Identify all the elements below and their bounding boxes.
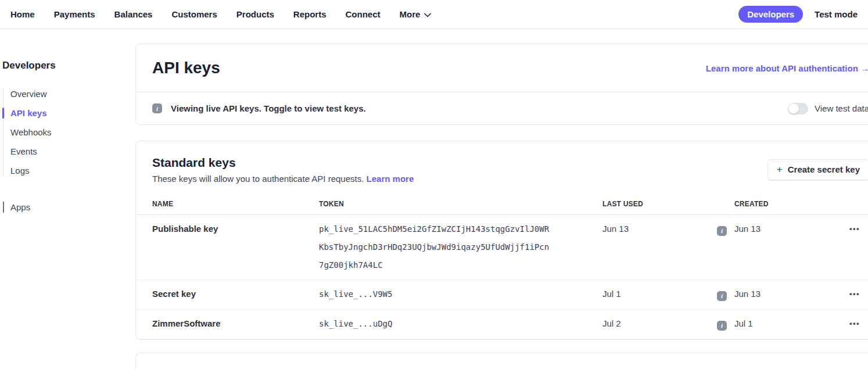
column-header-name: NAME: [152, 194, 319, 214]
sidebar-title: Developers: [2, 60, 135, 71]
view-test-data-toggle[interactable]: [788, 103, 808, 114]
developers-button[interactable]: Developers: [738, 6, 803, 23]
sidebar-item-webhooks[interactable]: Webhooks: [2, 123, 135, 142]
plus-icon: +: [777, 164, 783, 175]
row-overflow-menu-button[interactable]: •••: [849, 215, 868, 243]
info-icon[interactable]: i: [717, 321, 727, 331]
column-header-spacer: [717, 194, 734, 206]
key-last-used: Jul 2: [602, 310, 717, 338]
standard-keys-card: Standard keys These keys will allow you …: [135, 141, 868, 340]
key-token[interactable]: sk_live_...uDgQ: [319, 310, 554, 338]
key-token[interactable]: pk_live_51LAC5hDM5ei2GfZIwZCIjH143stqgGz…: [319, 215, 554, 280]
sidebar-item-api-keys[interactable]: API keys: [2, 103, 135, 123]
standard-keys-description: These keys will allow you to authenticat…: [152, 174, 414, 184]
column-header-last-used: LAST USED: [602, 194, 717, 214]
created-info-wrap: i: [717, 215, 734, 244]
info-icon[interactable]: i: [152, 103, 162, 113]
sidebar-item-events[interactable]: Events: [2, 142, 135, 161]
learn-more-authentication-link[interactable]: Learn more about API authentication →: [706, 63, 868, 73]
row-overflow-menu-button[interactable]: •••: [849, 310, 868, 338]
info-icon[interactable]: i: [717, 226, 727, 236]
api-keys-table: NAME TOKEN LAST USED CREATED Publishable…: [136, 194, 868, 339]
nav-right-group: Developers Test mode: [738, 6, 858, 23]
create-secret-key-label: Create secret key: [788, 164, 860, 174]
test-mode-label[interactable]: Test mode: [815, 9, 858, 19]
standard-keys-description-text: These keys will allow you to authenticat…: [152, 174, 364, 184]
table-row: ZimmerSoftware sk_live_...uDgQ Jul 2 i J…: [136, 310, 868, 339]
row-overflow-menu-button[interactable]: •••: [849, 280, 868, 308]
page-header-row: API keys Learn more about API authentica…: [136, 44, 868, 92]
developers-sidebar: Developers Overview API keys Webhooks Ev…: [0, 29, 135, 217]
toggle-knob: [788, 103, 799, 114]
standard-keys-titles: Standard keys These keys will allow you …: [152, 156, 414, 184]
column-header-created: CREATED: [734, 194, 849, 214]
key-last-used: Jun 13: [602, 215, 717, 243]
main-content: API keys Learn more about API authentica…: [135, 29, 868, 369]
table-row: Publishable key pk_live_51LAC5hDM5ei2GfZ…: [136, 215, 868, 280]
top-navigation: Home Payments Balances Customers Product…: [0, 0, 868, 29]
sidebar-item-apps[interactable]: Apps: [2, 198, 135, 217]
table-row: Secret key sk_live_...V9W5 Jul 1 i Jun 1…: [136, 280, 868, 310]
created-info-wrap: i: [717, 310, 734, 339]
key-name: Publishable key: [152, 215, 319, 243]
column-header-token: TOKEN: [319, 194, 602, 214]
created-info-wrap: i: [717, 280, 734, 309]
nav-item-balances[interactable]: Balances: [114, 9, 153, 19]
nav-item-home[interactable]: Home: [10, 9, 35, 19]
nav-item-customers[interactable]: Customers: [171, 9, 217, 19]
standard-keys-title: Standard keys: [152, 156, 414, 170]
learn-more-link[interactable]: Learn more: [367, 174, 414, 184]
chevron-down-icon: [424, 9, 431, 19]
sidebar-nav: Overview API keys Webhooks Events Logs: [2, 84, 135, 180]
key-created: Jul 1: [734, 310, 849, 338]
live-keys-banner: i Viewing live API keys. Toggle to view …: [136, 92, 868, 124]
banner-text: Viewing live API keys. Toggle to view te…: [171, 103, 366, 113]
sidebar-item-overview[interactable]: Overview: [2, 84, 135, 103]
nav-item-more[interactable]: More: [400, 9, 432, 19]
sidebar-item-logs[interactable]: Logs: [2, 161, 135, 180]
nav-item-payments[interactable]: Payments: [54, 9, 95, 19]
create-secret-key-button[interactable]: + Create secret key: [767, 159, 868, 180]
key-created: Jun 13: [734, 215, 849, 243]
page-title: API keys: [152, 59, 220, 77]
nav-item-products[interactable]: Products: [236, 9, 274, 19]
key-token[interactable]: sk_live_...V9W5: [319, 280, 554, 309]
standard-keys-header: Standard keys These keys will allow you …: [136, 141, 868, 184]
column-header-actions: [849, 194, 868, 206]
nav-item-reports[interactable]: Reports: [293, 9, 327, 19]
key-name: Secret key: [152, 280, 319, 308]
nav-more-label: More: [400, 9, 421, 19]
info-icon[interactable]: i: [717, 291, 727, 301]
view-test-data-label: View test data: [815, 103, 868, 113]
nav-item-connect[interactable]: Connect: [346, 9, 381, 19]
sidebar-apps-section: Apps: [2, 198, 135, 217]
banner-toggle-group: View test data: [788, 103, 868, 114]
key-created: Jun 13: [734, 280, 849, 308]
next-section-card: [135, 353, 868, 369]
table-header-row: NAME TOKEN LAST USED CREATED: [136, 194, 868, 215]
api-keys-header-card: API keys Learn more about API authentica…: [135, 44, 868, 125]
key-last-used: Jul 1: [602, 280, 717, 308]
key-name: ZimmerSoftware: [152, 310, 319, 338]
